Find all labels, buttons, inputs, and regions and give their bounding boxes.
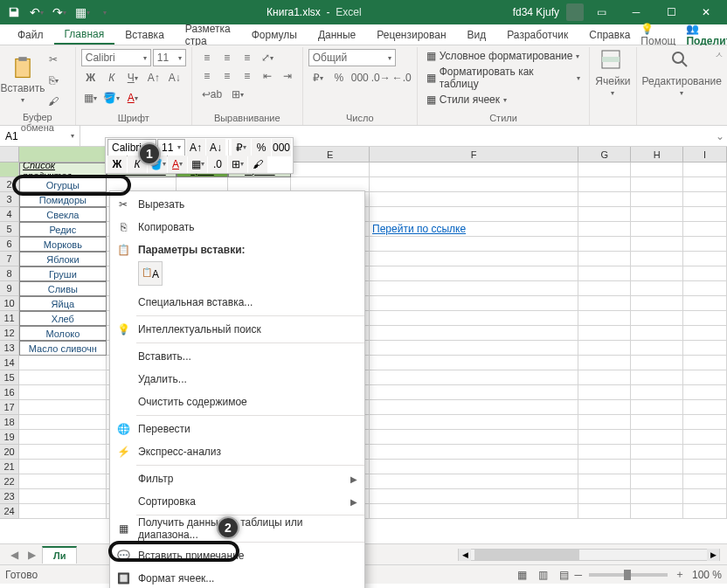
- row-header[interactable]: 17: [0, 400, 19, 415]
- row-header[interactable]: 23: [0, 489, 19, 504]
- tab-developer[interactable]: Разработчик: [496, 24, 578, 45]
- mini-currency-icon[interactable]: ₽▾: [232, 139, 251, 156]
- cell[interactable]: Яйца: [19, 296, 107, 311]
- ctx-smart-lookup[interactable]: 💡Интеллектуальный поиск: [110, 318, 364, 341]
- row-header[interactable]: 15: [0, 370, 19, 385]
- cell[interactable]: Морковь: [19, 237, 107, 252]
- cell[interactable]: Свекла: [19, 207, 107, 222]
- ctx-cut[interactable]: ✂Вырезать: [110, 193, 364, 216]
- cell[interactable]: Масло сливочн: [19, 341, 107, 356]
- cell[interactable]: Редис: [19, 222, 107, 237]
- tab-home[interactable]: Главная: [54, 24, 115, 45]
- number-format-combo[interactable]: Общий▾: [308, 49, 396, 66]
- col-header-a[interactable]: [19, 147, 107, 163]
- zoom-slider[interactable]: [589, 573, 668, 577]
- tab-help[interactable]: Справка: [578, 24, 640, 45]
- col-header-h[interactable]: H: [631, 147, 683, 163]
- comma-icon[interactable]: 000: [350, 69, 370, 86]
- font-name-combo[interactable]: Calibri▾: [81, 49, 151, 66]
- tab-data[interactable]: Данные: [308, 24, 366, 45]
- mini-format-painter-icon[interactable]: 🖌: [248, 156, 267, 173]
- ctx-paste-special[interactable]: Специальная вставка...: [110, 291, 364, 314]
- mini-comma-icon[interactable]: 000: [272, 139, 291, 156]
- col-header-g[interactable]: G: [578, 147, 631, 163]
- currency-icon[interactable]: ₽▾: [308, 69, 328, 86]
- increase-decimal-icon[interactable]: .0→: [371, 69, 391, 86]
- mini-font-size[interactable]: 11▾: [157, 139, 185, 156]
- hyperlink[interactable]: Перейти по ссылке: [372, 223, 466, 235]
- tab-file[interactable]: Файл: [7, 24, 54, 45]
- row-header[interactable]: 9: [0, 281, 19, 296]
- cell[interactable]: Хлеб: [19, 311, 107, 326]
- align-right-icon[interactable]: ≡: [238, 67, 257, 85]
- row-header[interactable]: 10: [0, 296, 19, 311]
- bold-icon[interactable]: Ж: [81, 69, 100, 86]
- redo-icon[interactable]: ↷▾: [49, 2, 70, 23]
- sheet-nav-next-icon[interactable]: ▶: [24, 549, 38, 561]
- orientation-icon[interactable]: ⤢▾: [258, 49, 277, 66]
- mini-increase-font-icon[interactable]: A↑: [186, 139, 205, 156]
- ribbon-options-icon[interactable]: ▭: [584, 0, 619, 24]
- row-header[interactable]: 7: [0, 252, 19, 266]
- paste-option-values[interactable]: 📋A: [138, 261, 163, 286]
- undo-icon[interactable]: ↶▾: [26, 2, 47, 23]
- format-as-table-button[interactable]: ▦Форматировать как таблицу▾: [423, 65, 585, 91]
- row-header[interactable]: 14: [0, 356, 19, 370]
- zoom-minus[interactable]: ─: [574, 569, 582, 581]
- row-header[interactable]: 21: [0, 460, 19, 474]
- zoom-plus[interactable]: ＋: [675, 567, 685, 582]
- cell[interactable]: Сливы: [19, 281, 107, 296]
- cell[interactable]: Груши: [19, 266, 107, 281]
- ctx-quick-analysis[interactable]: ⚡Экспресс-анализ: [110, 440, 364, 463]
- font-size-combo[interactable]: 11▾: [153, 49, 186, 66]
- col-header-i[interactable]: I: [683, 147, 727, 163]
- underline-icon[interactable]: Ч▾: [123, 69, 142, 86]
- tab-view[interactable]: Вид: [457, 24, 497, 45]
- save-icon[interactable]: [3, 2, 24, 23]
- row-header[interactable]: 8: [0, 266, 19, 281]
- select-all-corner[interactable]: [0, 147, 19, 163]
- collapse-ribbon-icon[interactable]: ㅅ: [715, 49, 724, 61]
- row-header[interactable]: 19: [0, 430, 19, 445]
- cell-styles-button[interactable]: ▦Стили ячеек▾: [423, 93, 585, 107]
- row-header[interactable]: 12: [0, 326, 19, 341]
- ctx-format-cells[interactable]: 🔲Формат ячеек...: [110, 567, 364, 588]
- merge-cells-icon[interactable]: ⊞▾: [227, 86, 248, 103]
- wrap-text-icon[interactable]: ↩ab: [197, 86, 226, 103]
- row-header[interactable]: 6: [0, 237, 19, 252]
- align-middle-icon[interactable]: ≡: [218, 49, 237, 66]
- paste-button[interactable]: Вставить ▾: [1, 56, 45, 104]
- row-header[interactable]: 4: [0, 207, 19, 222]
- ctx-copy[interactable]: ⎘Копировать: [110, 216, 364, 239]
- tell-me[interactable]: 💡 Помощ: [640, 23, 675, 47]
- align-left-icon[interactable]: ≡: [197, 67, 217, 85]
- mini-decrease-font-icon[interactable]: A↓: [206, 139, 225, 156]
- maximize-icon[interactable]: ☐: [654, 0, 689, 24]
- view-normal-icon[interactable]: ▦: [512, 567, 531, 583]
- italic-icon[interactable]: К: [102, 69, 121, 86]
- tab-insert[interactable]: Вставка: [114, 24, 175, 45]
- horizontal-scrollbar[interactable]: ◀ ▶: [458, 549, 720, 561]
- row-header[interactable]: 5: [0, 222, 19, 237]
- cut-icon[interactable]: ✂: [44, 51, 63, 68]
- font-color-icon[interactable]: A▾: [123, 89, 142, 107]
- zoom-level[interactable]: 100 %: [692, 569, 722, 581]
- fill-color-icon[interactable]: 🪣▾: [102, 89, 121, 107]
- qat-customize-icon[interactable]: ▾: [94, 2, 115, 23]
- increase-indent-icon[interactable]: ⇥: [278, 67, 297, 85]
- percent-icon[interactable]: %: [329, 69, 349, 86]
- editing-button[interactable]: Редактирование ▾: [642, 49, 722, 97]
- borders-icon[interactable]: ▦▾: [81, 89, 100, 107]
- cells-button[interactable]: Ячейки ▾: [595, 49, 630, 97]
- sheet-tab[interactable]: Ли: [42, 546, 77, 564]
- tab-layout[interactable]: Разметка стра: [175, 24, 241, 45]
- ctx-clear[interactable]: Очистить содержимое: [110, 391, 364, 413]
- tab-review[interactable]: Рецензирован: [366, 24, 456, 45]
- close-icon[interactable]: ✕: [689, 0, 724, 24]
- minimize-icon[interactable]: ─: [619, 0, 654, 24]
- mini-bold-icon[interactable]: Ж: [107, 156, 127, 173]
- format-painter-icon[interactable]: 🖌: [44, 93, 63, 110]
- mini-font-color-icon[interactable]: A▾: [168, 156, 187, 173]
- conditional-formatting-button[interactable]: ▦Условное форматирование▾: [423, 49, 585, 63]
- ctx-filter[interactable]: Фильтр▶: [110, 467, 364, 490]
